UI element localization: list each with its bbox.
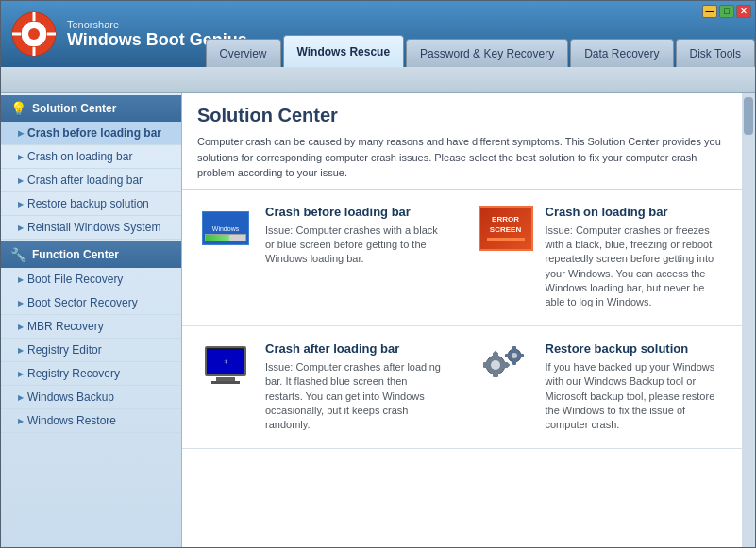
gears-svg [482, 344, 529, 386]
sidebar-item-crash-on-label: Crash on loading bar [27, 150, 132, 163]
sidebar-item-crash-before-label: Crash before loading bar [27, 126, 161, 140]
sidebar-item-mbr[interactable]: MBR Recovery [1, 315, 181, 339]
tab-data-recovery[interactable]: Data Recovery [570, 39, 673, 67]
minimize-button[interactable]: — [702, 5, 717, 18]
sidebar-item-crash-before[interactable]: Crash before loading bar [1, 122, 181, 145]
sidebar-item-boot-sector[interactable]: Boot Sector Recovery [1, 291, 181, 315]
sidebar-item-registry-recovery[interactable]: Registry Recovery [1, 362, 181, 386]
solution-center-label: Solution Center [32, 102, 116, 115]
tab-password-key-recovery[interactable]: Password & Key Recovery [406, 39, 568, 67]
nav-tabs: Overview Windows Rescue Password & Key R… [204, 35, 756, 67]
card-crash-on[interactable]: ERRORSCREEN Crash on loading bar Issue: … [462, 190, 743, 326]
title-bar-controls: — □ ✕ [702, 5, 751, 18]
scrollbar[interactable] [742, 93, 755, 548]
sidebar-item-boot-sector-label: Boot Sector Recovery [27, 296, 138, 309]
function-center-icon: 🔧 [10, 247, 26, 262]
card-icon-crash-on: ERRORSCREEN [478, 205, 534, 252]
card-icon-crash-after: :( [197, 341, 254, 389]
sidebar-item-restore-backup[interactable]: Restore backup solution [1, 192, 181, 216]
solution-center-header: 💡 Solution Center [1, 95, 181, 122]
card-desc-crash-after: Issue: Computer crashes after loading ba… [265, 360, 446, 433]
monitor-stand [211, 381, 240, 384]
card-text-crash-on: Crash on loading bar Issue: Computer cra… [546, 205, 728, 310]
sidebar-item-crash-on[interactable]: Crash on loading bar [1, 145, 181, 169]
sidebar-item-registry-editor[interactable]: Registry Editor [1, 339, 181, 362]
card-desc-crash-before: Issue: Computer crashes with a black or … [265, 224, 446, 267]
svg-rect-19 [505, 354, 509, 357]
card-text-crash-after: Crash after loading bar Issue: Computer … [265, 341, 446, 433]
card-icon-crash-before: Windows [197, 205, 254, 252]
sidebar-item-windows-restore[interactable]: Windows Restore [1, 409, 181, 433]
card-title-crash-on: Crash on loading bar [546, 205, 728, 219]
app-wrapper: — □ ✕ Tenorshare Windows Boot Genius Ove… [0, 0, 756, 548]
sidebar-item-windows-restore-label: Windows Restore [27, 414, 116, 427]
card-icon-restore-backup [478, 341, 534, 389]
svg-point-16 [512, 353, 517, 358]
sidebar-item-mbr-label: MBR Recovery [27, 320, 104, 333]
sidebar-item-windows-backup[interactable]: Windows Backup [1, 386, 181, 409]
svg-rect-11 [483, 362, 489, 368]
maximize-button[interactable]: □ [719, 5, 734, 18]
card-desc-crash-on: Issue: Computer crashes or freezes with … [546, 224, 728, 310]
monitor-screen-icon: :( [205, 346, 246, 376]
card-title-crash-before: Crash before loading bar [265, 205, 446, 219]
sidebar-item-boot-file[interactable]: Boot File Recovery [1, 268, 181, 291]
card-text-crash-before: Crash before loading bar Issue: Computer… [265, 205, 446, 267]
svg-point-8 [491, 360, 500, 370]
content-area: Solution Center Computer crash can be ca… [182, 93, 742, 548]
svg-rect-18 [512, 361, 516, 365]
title-bar: — □ ✕ Tenorshare Windows Boot Genius Ove… [1, 1, 755, 67]
bsod-mini-text: :( [224, 358, 227, 364]
sidebar-item-restore-backup-label: Restore backup solution [27, 197, 149, 210]
solutions-grid: Windows Crash before loading bar Issue: … [182, 190, 742, 449]
svg-point-2 [28, 28, 40, 40]
sidebar-item-registry-recovery-label: Registry Recovery [27, 367, 120, 380]
sidebar-item-windows-backup-label: Windows Backup [27, 390, 114, 404]
app-logo [10, 10, 58, 58]
tab-windows-rescue[interactable]: Windows Rescue [283, 35, 405, 67]
card-text-restore-backup: Restore backup solution If you have back… [546, 341, 728, 433]
card-crash-after[interactable]: :( Crash after loading bar Issue: Comput… [182, 326, 462, 449]
tab-overview[interactable]: Overview [206, 39, 281, 67]
solution-center-icon: 💡 [10, 101, 26, 116]
company-name: Tenorshare [67, 19, 247, 30]
tab-disk-tools[interactable]: Disk Tools [676, 39, 755, 67]
sidebar-item-reinstall-label: Reinstall Windows System [27, 221, 160, 234]
card-title-crash-after: Crash after loading bar [265, 341, 446, 356]
card-title-restore-backup: Restore backup solution [546, 341, 728, 356]
sidebar-item-registry-editor-label: Registry Editor [27, 343, 102, 357]
content-header: Solution Center Computer crash can be ca… [182, 93, 742, 190]
function-center-header: 🔧 Function Center [1, 241, 181, 268]
function-center-label: Function Center [32, 248, 119, 261]
sidebar-item-boot-file-label: Boot File Recovery [27, 273, 123, 286]
card-crash-before[interactable]: Windows Crash before loading bar Issue: … [182, 190, 462, 326]
sidebar-item-crash-after[interactable]: Crash after loading bar [1, 169, 181, 192]
sidebar: 💡 Solution Center Crash before loading b… [1, 93, 182, 548]
svg-rect-20 [520, 354, 524, 357]
sidebar-item-reinstall[interactable]: Reinstall Windows System [1, 216, 181, 240]
card-restore-backup[interactable]: Restore backup solution If you have back… [462, 326, 743, 449]
toolbar-strip [1, 67, 755, 93]
main-layout: 💡 Solution Center Crash before loading b… [1, 93, 755, 548]
svg-rect-10 [493, 372, 498, 377]
content-description: Computer crash can be caused by many rea… [197, 134, 727, 181]
scroll-thumb[interactable] [744, 97, 753, 135]
close-button[interactable]: ✕ [736, 5, 751, 18]
card-desc-restore-backup: If you have backed up your Windows with … [546, 360, 728, 433]
sidebar-item-crash-after-label: Crash after loading bar [27, 174, 143, 187]
svg-rect-17 [512, 346, 516, 350]
bsod-mini: :( [207, 349, 244, 374]
content-title: Solution Center [197, 105, 727, 126]
